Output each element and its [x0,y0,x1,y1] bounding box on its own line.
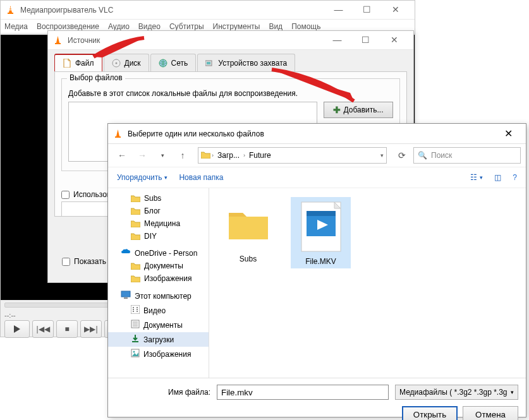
tab-capture[interactable]: Устройство захвата [197,54,295,71]
svg-rect-3 [55,43,61,44]
menu-item[interactable]: Аудио [108,22,130,31]
close-button[interactable]: ✕ [380,31,408,49]
filepicker-titlebar: Выберите один или несколько файлов ✕ [108,124,526,144]
stop-button[interactable]: ■ [56,320,78,338]
chevron-down-icon[interactable]: ▾ [380,152,384,159]
tree-item-onedrive[interactable]: OneDrive - Person [108,246,209,260]
filepicker-body: Subs Блог Медицина DIY OneDrive - Person… [108,188,526,378]
file-type-filter[interactable]: Медиафайлы ( *.3g2 *.3gp *.3g ▾ [395,385,518,400]
up-button[interactable]: ↑ [174,147,192,164]
crumb-segment[interactable]: Загр... [215,151,242,160]
file-tile-folder[interactable]: Subs [218,197,278,263]
prev-button[interactable]: |◀◀ [32,320,54,338]
tree-item[interactable]: Документы [108,318,209,332]
tab-label: Файл [75,59,94,68]
tile-label: File.MKV [291,257,351,266]
menu-item[interactable]: Субтитры [169,22,204,31]
new-folder-button[interactable]: Новая папка [179,173,223,182]
tree-item[interactable]: Изображения [108,347,209,361]
tree-item[interactable]: Медицина [108,217,209,230]
tree-item-downloads[interactable]: Загрузки [108,332,209,347]
globe-icon [159,59,167,68]
file-tile-video[interactable]: File.MKV [291,197,351,268]
cancel-button[interactable]: Отмена [463,406,518,420]
maximize-button[interactable]: ☐ [353,1,381,19]
use-subtitles-checkbox[interactable] [61,191,70,199]
folder-icon [131,262,140,270]
history-dropdown[interactable]: ▾ [154,147,171,164]
menu-item[interactable]: Инструменты [213,22,260,31]
svg-rect-1 [9,8,12,8]
filename-input[interactable] [217,385,389,400]
main-titlebar: Медиапроигрыватель VLC — ☐ ✕ [1,1,415,20]
svg-rect-8 [207,62,210,64]
tree-item[interactable]: Блог [108,205,209,217]
menu-item[interactable]: Воспроизведение [37,22,99,31]
svg-rect-19 [307,211,336,216]
maximize-button[interactable]: ☐ [351,31,380,49]
video-icon [131,305,140,316]
folder-tree[interactable]: Subs Блог Медицина DIY OneDrive - Person… [108,188,209,378]
tree-item-thispc[interactable]: Этот компьютер [108,289,209,303]
vlc-cone-icon [113,129,123,138]
menu-item[interactable]: Видео [138,22,161,31]
vlc-cone-icon [53,35,63,45]
doc-icon [131,320,140,330]
picture-icon [131,349,140,359]
next-button[interactable]: ▶▶| [80,320,102,338]
download-icon [131,334,140,345]
folder-icon [201,151,210,160]
help-button[interactable]: ? [513,173,517,182]
svg-rect-12 [131,305,140,314]
view-details-button[interactable]: ◫ [494,173,501,182]
close-button[interactable]: ✕ [496,124,521,143]
back-button[interactable]: ← [113,147,131,164]
pc-icon [121,291,131,301]
refresh-button[interactable]: ⟳ [393,147,411,164]
play-button[interactable] [4,320,30,338]
folder-icon [131,232,140,240]
search-input[interactable]: 🔍 Поиск [413,147,521,164]
video-file-icon [294,200,348,253]
organize-menu[interactable]: Упорядочить ▾ [117,173,167,182]
capture-icon [205,59,214,68]
tree-item[interactable]: Изображения [108,272,209,285]
tab-disc[interactable]: Диск [104,54,149,71]
disc-icon [112,59,121,68]
minimize-button[interactable]: — [323,31,351,49]
source-title: Источник [68,36,323,45]
minimize-button[interactable]: — [324,1,353,19]
menu-item[interactable]: Вид [269,22,283,31]
tab-label: Сеть [171,59,188,68]
breadcrumb[interactable]: › Загр... › Future ▾ [198,147,387,164]
hint-text: Добавьте в этот список локальные файлы д… [68,89,393,98]
crumb-segment[interactable]: Future [246,151,274,160]
folder-icon [131,220,140,227]
add-button[interactable]: ✚ Добавить... [324,102,393,118]
filepicker-navbar: ← → ▾ ↑ › Загр... › Future ▾ ⟳ 🔍 Поиск [108,144,526,167]
vlc-cone-icon [6,5,15,15]
tree-item[interactable]: Документы [108,260,209,272]
tree-item[interactable]: Видео [108,303,209,318]
open-button[interactable]: Открыть [402,406,458,420]
folder-icon [131,207,140,215]
menu-item[interactable]: Медиа [4,22,28,31]
tile-label: Subs [218,255,278,263]
forward-button[interactable]: → [133,147,151,164]
tab-label: Устройство захвата [218,59,287,68]
file-icon [63,59,71,68]
tree-item[interactable]: DIY [108,230,209,243]
svg-rect-9 [115,136,121,138]
svg-point-5 [115,62,117,64]
file-open-dialog: Выберите один или несколько файлов ✕ ← →… [107,123,526,417]
menu-item[interactable]: Помощь [291,22,320,31]
source-tabs: Файл Диск Сеть Устройство захвата [54,54,407,71]
tab-network[interactable]: Сеть [150,54,197,71]
tree-item[interactable]: Subs [108,192,209,205]
file-content-area[interactable]: Subs File.MKV [209,188,526,378]
show-more-checkbox[interactable] [62,258,70,266]
tab-file[interactable]: Файл [54,54,102,71]
filepicker-title: Выберите один или несколько файлов [128,129,496,138]
view-mode-button[interactable]: ☷ ▾ [470,173,483,182]
close-button[interactable]: ✕ [381,1,410,19]
